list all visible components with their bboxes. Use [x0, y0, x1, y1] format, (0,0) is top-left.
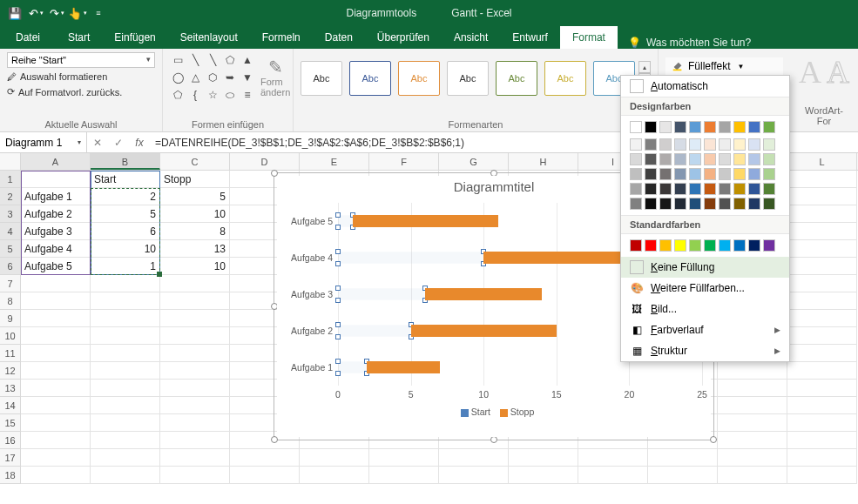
cell-A10[interactable] [21, 327, 91, 345]
change-shape-button[interactable]: ✎ Form ändern [260, 57, 290, 97]
wordart-style-2[interactable]: A [827, 54, 849, 91]
color-swatch[interactable] [630, 138, 642, 151]
cell-A11[interactable] [21, 345, 91, 362]
cell-F18[interactable] [369, 467, 439, 484]
cell-L4[interactable] [787, 223, 857, 240]
fill-automatic[interactable]: Automatisch [621, 76, 789, 97]
undo-button[interactable]: ↶▾ [26, 3, 45, 23]
no-fill-option[interactable]: Keine Füllung [621, 257, 789, 278]
cell-C2[interactable]: 5 [160, 188, 230, 205]
row-header-5[interactable]: 5 [0, 240, 21, 258]
shapes-gallery[interactable]: ▭╲╲⬠▲ ◯△⬡➥▼ ⬠{☆⬭≡ [170, 52, 255, 103]
color-swatch[interactable] [748, 198, 760, 210]
color-swatch[interactable] [704, 138, 716, 151]
cell-L6[interactable] [787, 258, 857, 275]
row-header-1[interactable]: 1 [0, 171, 21, 188]
color-swatch[interactable] [659, 168, 672, 180]
cell-L12[interactable] [787, 362, 857, 380]
color-swatch[interactable] [748, 153, 760, 165]
color-swatch[interactable] [748, 183, 760, 195]
tell-me[interactable]: 💡 Was möchten Sie tun? [618, 37, 761, 49]
cell-A12[interactable] [21, 362, 91, 380]
cell-C16[interactable] [160, 432, 230, 449]
color-swatch[interactable] [763, 168, 775, 180]
cell-L17[interactable] [787, 449, 857, 467]
row-header-8[interactable]: 8 [0, 292, 21, 310]
bar-start-Aufgabe 2[interactable] [338, 325, 411, 337]
color-swatch[interactable] [630, 153, 642, 165]
series-handle[interactable] [335, 322, 341, 327]
cell-B16[interactable] [91, 432, 160, 449]
color-swatch[interactable] [645, 183, 657, 195]
cell-C12[interactable] [160, 362, 230, 380]
cell-B11[interactable] [91, 345, 160, 362]
cell-A18[interactable] [21, 467, 91, 484]
series-handle[interactable] [335, 334, 341, 339]
color-swatch[interactable] [748, 168, 760, 180]
color-swatch[interactable] [719, 239, 731, 252]
shape-style-4[interactable]: Abc [447, 61, 489, 96]
color-swatch[interactable] [763, 239, 775, 252]
color-swatch[interactable] [674, 153, 686, 165]
cell-E18[interactable] [300, 467, 369, 484]
series-handle[interactable] [335, 212, 341, 218]
cell-A1[interactable] [21, 171, 91, 188]
cell-K16[interactable] [718, 432, 787, 449]
gallery-up[interactable]: ▴ [638, 61, 651, 73]
cell-L8[interactable] [787, 292, 857, 310]
cell-C13[interactable] [160, 380, 230, 397]
color-swatch[interactable] [674, 121, 686, 133]
color-swatch[interactable] [763, 121, 775, 133]
cell-D17[interactable] [230, 449, 300, 467]
color-swatch[interactable] [704, 239, 716, 252]
color-swatch[interactable] [659, 198, 672, 210]
tab-home[interactable]: Start [56, 26, 102, 49]
color-swatch[interactable] [733, 183, 746, 195]
color-swatch[interactable] [689, 239, 701, 252]
series-handle[interactable] [335, 359, 341, 364]
tab-file[interactable]: Datei [0, 26, 56, 49]
row-header-6[interactable]: 6 [0, 258, 21, 275]
color-swatch[interactable] [630, 168, 642, 180]
row-header-14[interactable]: 14 [0, 397, 21, 414]
tab-pagelayout[interactable]: Seitenlayout [168, 26, 250, 49]
save-button[interactable]: 💾 [5, 3, 24, 23]
redo-button[interactable]: ↷▾ [47, 3, 66, 23]
shape-styles-gallery[interactable]: Abc Abc Abc Abc Abc Abc Abc [301, 52, 635, 97]
column-header-D[interactable]: D [230, 153, 300, 170]
shape-style-1[interactable]: Abc [301, 61, 342, 96]
insert-function[interactable]: fx [129, 137, 150, 149]
cell-L13[interactable] [787, 380, 857, 397]
chart-legend[interactable]: Start Stopp [277, 403, 711, 417]
row-header-2[interactable]: 2 [0, 188, 21, 205]
cell-J17[interactable] [648, 449, 718, 467]
row-header-15[interactable]: 15 [0, 414, 21, 432]
shape-style-6[interactable]: Abc [544, 61, 586, 96]
row-header-12[interactable]: 12 [0, 362, 21, 380]
cell-L16[interactable] [787, 432, 857, 449]
cell-L14[interactable] [787, 397, 857, 414]
series-handle[interactable] [335, 298, 341, 303]
cell-G18[interactable] [439, 467, 509, 484]
cell-K12[interactable] [718, 362, 787, 380]
color-swatch[interactable] [719, 138, 731, 151]
color-swatch[interactable] [689, 183, 701, 195]
cell-B7[interactable] [91, 275, 160, 292]
column-header-H[interactable]: H [509, 153, 578, 170]
series-handle[interactable] [335, 261, 341, 266]
column-header-G[interactable]: G [439, 153, 509, 170]
row-header-10[interactable]: 10 [0, 327, 21, 345]
picture-fill-option[interactable]: 🖼 Bild... [621, 299, 789, 319]
tab-formulas[interactable]: Formeln [250, 26, 313, 49]
cell-A14[interactable] [21, 397, 91, 414]
color-swatch[interactable] [674, 138, 686, 151]
color-swatch[interactable] [674, 198, 686, 210]
color-swatch[interactable] [763, 153, 775, 165]
select-all-cell[interactable] [0, 153, 21, 170]
row-header-16[interactable]: 16 [0, 432, 21, 449]
column-header-L[interactable]: L [787, 153, 857, 170]
cell-L7[interactable] [787, 275, 857, 292]
color-swatch[interactable] [630, 121, 642, 133]
color-swatch[interactable] [733, 138, 746, 151]
cell-A2[interactable]: Aufgabe 1 [21, 188, 91, 205]
